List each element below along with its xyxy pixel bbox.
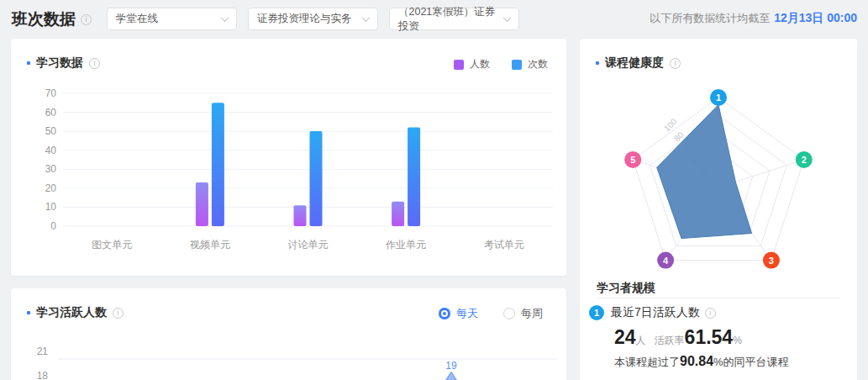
bullet-icon: [27, 61, 30, 65]
course-health-panel: 课程健康度 2040608010012345 学习者规模 1 最近7日活跃人数 …: [580, 39, 857, 380]
svg-text:19: 19: [445, 360, 457, 372]
svg-text:21: 21: [37, 346, 49, 357]
svg-text:100: 100: [662, 116, 679, 133]
learning-data-panel: 学习数据 人数 次数 010203040506070图文单元视频单元讨论单元作业…: [11, 39, 566, 276]
times-swatch-icon: [512, 60, 522, 70]
svg-text:18: 18: [37, 370, 49, 380]
active-rate: 61.54: [685, 326, 734, 349]
people-swatch-icon: [454, 60, 464, 70]
page-title-text: 班次数据: [12, 8, 76, 30]
bullet-icon: [27, 311, 30, 314]
learning-data-header: 学习数据: [27, 55, 100, 71]
course-health-title: 课程健康度: [605, 55, 664, 71]
data-cutoff-note: 以下所有数据统计均截至 12月13日 00:00: [650, 11, 857, 26]
active-learners-title: 学习活跃人数: [36, 305, 107, 320]
compare-value: 90.84: [680, 354, 713, 369]
cutoff-prefix: 以下所有数据统计均截至: [650, 11, 770, 26]
learning-bar-chart: 010203040506070图文单元视频单元讨论单元作业单元考试单元: [11, 81, 566, 257]
platform-select[interactable]: 学堂在线: [107, 8, 237, 30]
legend-people-label: 人数: [470, 57, 490, 71]
svg-text:40: 40: [45, 145, 57, 156]
radio-daily-label: 每天: [456, 306, 478, 321]
period-radio-group: 每天 每周: [439, 306, 543, 321]
svg-text:2: 2: [802, 155, 807, 165]
info-icon[interactable]: [89, 58, 100, 69]
cutoff-date: 12月13日 00:00: [774, 11, 857, 26]
active-rate-unit: %: [733, 335, 742, 346]
info-icon[interactable]: [705, 308, 716, 319]
page-title: 班次数据: [12, 8, 92, 30]
info-icon[interactable]: [113, 308, 124, 319]
svg-text:作业单元: 作业单元: [385, 239, 426, 251]
platform-compare: 本课程超过了 90.84 %的同平台课程: [614, 354, 789, 370]
active-learners-panel: 学习活跃人数 每天 每周 211819: [11, 288, 566, 380]
svg-text:4: 4: [663, 256, 669, 266]
radio-weekly[interactable]: 每周: [503, 306, 543, 321]
svg-text:50: 50: [45, 125, 57, 137]
svg-text:30: 30: [45, 163, 57, 175]
active-rate-label: 活跃率: [655, 334, 685, 348]
course-select[interactable]: 证券投资理论与实务: [248, 8, 378, 30]
active-learners-line-chart: 211819: [11, 339, 566, 380]
info-icon[interactable]: [81, 14, 92, 25]
svg-text:70: 70: [45, 87, 57, 99]
radio-daily[interactable]: 每天: [439, 306, 478, 321]
learning-data-title: 学习数据: [36, 55, 83, 71]
svg-text:5: 5: [630, 155, 635, 165]
svg-text:20: 20: [45, 182, 57, 194]
class-select-value: （2021寒假班）证券投资: [398, 5, 504, 34]
svg-text:考试单元: 考试单元: [484, 239, 524, 251]
chevron-down-icon: [503, 13, 512, 22]
radio-weekly-label: 每周: [521, 306, 543, 321]
active-7d-stats: 24 人 活跃率 61.54 %: [614, 326, 742, 349]
legend-item-times[interactable]: 次数: [512, 57, 548, 71]
legend-item-people[interactable]: 人数: [454, 57, 490, 71]
svg-text:0: 0: [50, 220, 56, 232]
divider: [597, 298, 840, 298]
class-select[interactable]: （2021寒假班）证券投资: [389, 8, 519, 30]
compare-prefix: 本课程超过了: [614, 355, 680, 370]
svg-text:视频单元: 视频单元: [189, 239, 230, 251]
class-data-dashboard: 班次数据 学堂在线 证券投资理论与实务 （2021寒假班）证券投资 以下所有数据…: [0, 0, 868, 380]
bar-legend: 人数 次数: [454, 57, 548, 71]
course-health-radar-chart: 2040608010012345: [580, 72, 857, 282]
radio-selected-icon: [439, 308, 450, 319]
active-count-unit: 人: [636, 334, 646, 348]
active-7d-label: 最近7日活跃人数: [611, 305, 716, 320]
course-select-value: 证券投资理论与实务: [257, 12, 352, 26]
svg-text:10: 10: [45, 201, 57, 213]
chevron-down-icon: [221, 13, 229, 22]
learner-scale-title: 学习者规模: [597, 281, 655, 296]
radio-unselected-icon: [503, 308, 515, 319]
legend-times-label: 次数: [528, 57, 548, 71]
svg-text:图文单元: 图文单元: [92, 239, 132, 251]
active-learners-header: 学习活跃人数: [27, 305, 124, 320]
metric-badge-1: 1: [589, 305, 604, 320]
bullet-icon: [596, 61, 599, 65]
svg-text:60: 60: [45, 107, 57, 119]
info-icon[interactable]: [670, 58, 681, 69]
active-count: 24: [614, 326, 636, 349]
svg-text:1: 1: [716, 92, 721, 103]
course-health-header: 课程健康度: [596, 55, 681, 71]
active-7d-metric: 1 最近7日活跃人数: [589, 305, 716, 320]
active-7d-label-text: 最近7日活跃人数: [611, 305, 700, 320]
svg-text:3: 3: [769, 256, 774, 266]
svg-text:讨论单元: 讨论单元: [288, 239, 329, 251]
compare-suffix: %的同平台课程: [713, 355, 789, 370]
platform-select-value: 学堂在线: [116, 12, 158, 26]
chevron-down-icon: [362, 13, 371, 22]
